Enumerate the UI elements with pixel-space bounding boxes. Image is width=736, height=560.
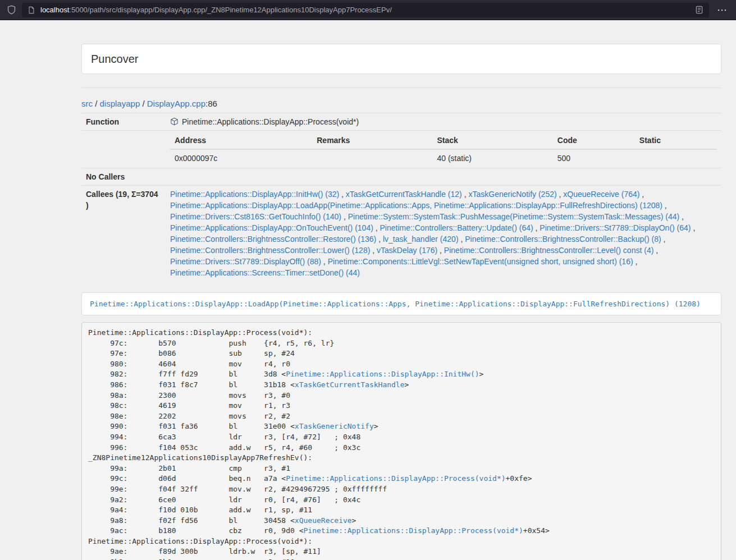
url-text: localhost:5000/path/src/displayapp/Displ… xyxy=(40,6,690,14)
callee-link[interactable]: vTaskDelay (176) xyxy=(377,246,437,255)
disasm-line: Pinetime::Applications::DisplayApp::Proc… xyxy=(88,537,312,545)
selected-symbol-link[interactable]: Pinetime::Applications::DisplayApp::Load… xyxy=(90,300,701,308)
disasm-line: 98a: 2300 movs r3, #0 xyxy=(88,391,290,400)
function-label: Function xyxy=(81,113,166,131)
callee-separator: , xyxy=(459,235,465,244)
callee-separator: , xyxy=(437,246,444,255)
callee-link[interactable]: xTaskGetCurrentTaskHandle (12) xyxy=(346,190,462,199)
callee-separator: , xyxy=(557,190,564,199)
metrics-table: Address Remarks Stack Code Static 0x0000… xyxy=(170,132,717,167)
metrics-row: Address Remarks Stack Code Static 0x0000… xyxy=(81,131,721,168)
disasm-line: 98c: 4619 mov r1, r3 xyxy=(88,401,290,410)
disassembly: Pinetime::Applications::DisplayApp::Proc… xyxy=(81,322,721,560)
disasm-line: 9a8: f02f fd56 bl 30458 <xQueueReceive> xyxy=(88,516,356,525)
reader-mode-icon[interactable] xyxy=(695,6,703,14)
url-path: :5000/path/src/displayapp/DisplayApp.cpp… xyxy=(69,6,392,14)
url-bar[interactable]: localhost:5000/path/src/displayapp/Displ… xyxy=(22,3,709,17)
disasm-symbol-link[interactable]: Pinetime::Applications::DisplayApp::Proc… xyxy=(286,474,505,483)
callee-link[interactable]: Pinetime::Controllers::BrightnessControl… xyxy=(465,235,661,244)
disasm-line: 994: 6ca3 ldr r3, [r4, #72] ; 0x48 xyxy=(88,433,360,441)
disasm-symbol-link[interactable]: Pinetime::Applications::DisplayApp::Proc… xyxy=(304,526,523,535)
disasm-symbol-link[interactable]: Pinetime::Applications::DisplayApp::Init… xyxy=(286,370,479,378)
disasm-line: 98e: 2202 movs r2, #2 xyxy=(88,412,290,420)
disasm-line: 9a2: 6ce0 ldr r0, [r4, #76] ; 0x4c xyxy=(88,495,360,504)
function-table: Function Pinetime::Applications::Display… xyxy=(81,113,721,281)
callee-separator: , xyxy=(373,223,380,232)
disasm-line: 97c: b570 push {r4, r5, r6, lr} xyxy=(88,339,334,347)
callee-link[interactable]: Pinetime::Controllers::Battery::Update()… xyxy=(380,223,533,232)
disasm-symbol-link[interactable]: xQueueReceive xyxy=(295,516,352,525)
callee-link[interactable]: Pinetime::Drivers::St7789::DisplayOff() … xyxy=(170,257,321,266)
page-icon[interactable] xyxy=(28,6,35,14)
metrics-header-row: Address Remarks Stack Code Static xyxy=(170,132,717,149)
callee-separator: , xyxy=(661,235,666,244)
metric-code: 500 xyxy=(553,149,635,167)
callee-link[interactable]: Pinetime::System::SystemTask::PushMessag… xyxy=(348,212,680,221)
callee-link[interactable]: Pinetime::Applications::DisplayApp::OnTo… xyxy=(170,223,373,232)
page-title: Puncover xyxy=(91,52,712,66)
url-host: localhost xyxy=(40,6,69,14)
callee-link[interactable]: xTaskGenericNotify (252) xyxy=(468,190,556,199)
callees-row: Callees (19, Σ=3704 ) Pinetime::Applicat… xyxy=(81,186,721,282)
callee-separator: , xyxy=(662,201,667,210)
col-header-code: Code xyxy=(553,132,635,149)
disasm-line: 99c: d06d beq.n a7a <Pinetime::Applicati… xyxy=(88,474,532,483)
callee-separator: , xyxy=(679,212,684,221)
callee-link[interactable]: Pinetime::Applications::DisplayApp::Init… xyxy=(170,190,339,199)
callee-separator: , xyxy=(370,246,377,255)
function-signature: Pinetime::Applications::DisplayApp::Proc… xyxy=(182,117,359,126)
breadcrumb-link[interactable]: src xyxy=(81,99,93,108)
breadcrumb: src / displayapp / DisplayApp.cpp:86 xyxy=(81,98,721,109)
disasm-line: 99e: f04f 32ff mov.w r2, #4294967295 ; 0… xyxy=(88,485,387,493)
breadcrumb-link[interactable]: displayapp xyxy=(100,99,140,108)
disasm-line: 9a4: f10d 010b add.w r1, sp, #11 xyxy=(88,506,312,514)
disasm-symbol-link[interactable]: xTaskGetCurrentTaskHandle xyxy=(295,380,405,389)
callee-link[interactable]: lv_task_handler (420) xyxy=(383,235,459,244)
divider xyxy=(81,88,721,88)
callee-link[interactable]: xQueueReceive (764) xyxy=(563,190,639,199)
callers-row: No Callers xyxy=(81,168,721,186)
callee-link[interactable]: Pinetime::Controllers::BrightnessControl… xyxy=(170,246,370,255)
no-callers-label: No Callers xyxy=(81,168,166,186)
callee-separator: , xyxy=(341,212,348,221)
callee-separator: , xyxy=(691,223,696,232)
breadcrumb-separator: / xyxy=(140,99,147,108)
metrics-values-row: 0x0000097c 40 (static) 500 xyxy=(170,149,717,167)
callee-separator: , xyxy=(376,235,383,244)
callee-separator: , xyxy=(653,246,658,255)
disasm-symbol-link[interactable]: xTaskGenericNotify xyxy=(295,422,374,430)
metrics-row-spacer xyxy=(81,131,166,168)
page-content: Puncover src / displayapp / DisplayApp.c… xyxy=(0,44,736,560)
callee-link[interactable]: Pinetime::Components::LittleVgl::SetNewT… xyxy=(328,257,633,266)
callee-separator: , xyxy=(639,190,644,199)
metric-address: 0x0000097c xyxy=(170,149,312,167)
breadcrumb-link[interactable]: DisplayApp.cpp xyxy=(147,99,205,108)
disasm-line: 9ac: b180 cbz r0, 9d0 <Pinetime::Applica… xyxy=(88,526,550,535)
callee-separator: , xyxy=(533,223,540,232)
metric-stack: 40 (static) xyxy=(433,149,553,167)
callee-link[interactable]: Pinetime::Drivers::St7789::DisplayOn() (… xyxy=(540,223,691,232)
disasm-line: 980: 4604 mov r4, r0 xyxy=(88,360,290,368)
callee-link[interactable]: Pinetime::Controllers::BrightnessControl… xyxy=(170,235,376,244)
disasm-line: 9ae: f89d 300b ldrb.w r3, [sp, #11] xyxy=(88,547,321,556)
disasm-line: _ZN8Pinetime12Applications10DisplayApp7R… xyxy=(88,453,312,462)
metric-remarks xyxy=(312,149,432,167)
function-row: Function Pinetime::Applications::Display… xyxy=(81,113,721,131)
col-header-stack: Stack xyxy=(433,132,553,149)
symbol-cube-icon xyxy=(170,116,179,127)
shield-icon[interactable] xyxy=(7,5,16,15)
col-header-address: Address xyxy=(170,132,312,149)
breadcrumb-line-number: :86 xyxy=(205,99,217,108)
callee-link[interactable]: Pinetime::Controllers::BrightnessControl… xyxy=(444,246,653,255)
col-header-static: Static xyxy=(635,132,717,149)
browser-toolbar: localhost:5000/path/src/displayapp/Displ… xyxy=(0,0,736,20)
breadcrumb-separator: / xyxy=(93,99,100,108)
callees-label: Callees (19, Σ=3704 ) xyxy=(81,186,166,282)
breadcrumb-links: src / displayapp / DisplayApp.cpp xyxy=(81,99,205,108)
callee-link[interactable]: Pinetime::Applications::Screens::Timer::… xyxy=(170,268,360,277)
metric-static xyxy=(635,149,717,167)
callee-link[interactable]: Pinetime::Drivers::Cst816S::GetTouchInfo… xyxy=(170,212,341,221)
overflow-menu-icon[interactable]: ⋯ xyxy=(715,5,729,15)
callee-link[interactable]: Pinetime::Applications::DisplayApp::Load… xyxy=(170,201,662,210)
callees-list: Pinetime::Applications::DisplayApp::Init… xyxy=(166,186,721,282)
